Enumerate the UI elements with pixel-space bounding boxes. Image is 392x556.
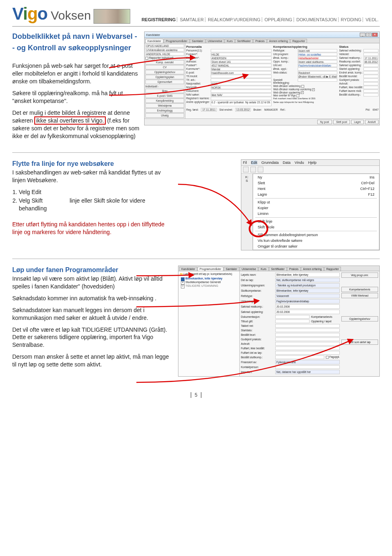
pf-takket[interactable] (275, 324, 340, 328)
pf-full-ikke[interactable] (275, 346, 340, 350)
f-tlfarb[interactable] (211, 78, 272, 82)
tab-vedl[interactable]: VEDL. (364, 17, 380, 22)
pf-sluttkomp[interactable]: Bilmekaniker, lette kjøretøy (275, 288, 340, 293)
chk-realkomp[interactable] (312, 88, 315, 91)
ptab-praksis[interactable]: Praksis (287, 267, 301, 271)
menu-fil[interactable]: Fil (243, 161, 247, 165)
mi-klipp[interactable]: Klipp ut (254, 199, 379, 205)
tab-samtaler[interactable]: SAMTALER (178, 17, 205, 22)
mi-sla-sammen[interactable]: Slå sammen dobbeltregistrert person (254, 232, 379, 238)
tab-rydding[interactable]: RYDDING (340, 17, 363, 22)
f-morsmal[interactable]: NORSK (211, 86, 272, 89)
tab-opplaering[interactable]: OPPLÆRING (263, 17, 294, 22)
st-sok-real[interactable]: 17.11.2011 (363, 56, 379, 60)
wtab-kandidater[interactable]: Kandidater (145, 39, 163, 43)
wtab-sertifikater[interactable]: Sertifikater (235, 39, 253, 43)
pf-full-del[interactable] (275, 351, 340, 355)
btn-ny-post[interactable]: Ny post (317, 120, 332, 124)
ptab-kandidater[interactable]: Kandidater (179, 267, 197, 271)
f-tlf[interactable] (211, 75, 272, 78)
btn-opplbehov[interactable]: Opplæringsbehov (341, 316, 378, 322)
close-icon[interactable]: ✕ (372, 33, 378, 37)
st-start-oppl[interactable] (363, 67, 379, 71)
btn-webskjema[interactable]: Webskjema (145, 103, 184, 108)
ptab-samtaler[interactable]: Samtaler (224, 267, 239, 271)
btn-epost-sms[interactable]: E-post / SMS (145, 94, 184, 98)
chk-fagoppl[interactable] (326, 356, 329, 359)
ptab-utdannelse[interactable]: Utdannelse (240, 267, 258, 271)
st-realvurd[interactable]: 06.03.2012 (363, 60, 379, 63)
pf-kontakt[interactable] (275, 365, 340, 369)
btn-cv[interactable]: CV (145, 65, 184, 69)
st-lavere[interactable] (363, 89, 379, 93)
mi-skift-linje[interactable]: Skift linje (254, 219, 379, 224)
toolbar-icon[interactable] (258, 167, 263, 172)
mi-liminn[interactable]: Liminn (254, 211, 379, 217)
btn-utvalg[interactable]: Utvalg (145, 113, 184, 118)
toolbar-icon[interactable] (250, 167, 256, 172)
f-tilrette[interactable] (298, 78, 338, 82)
f-andre[interactable]: 6.2 - spørsmål om lydbøker. Ny avtale 15… (211, 100, 272, 106)
wtab-kurs[interactable]: Kurs (225, 39, 234, 43)
pf-import[interactable]: Nei, dataene har oppstått her (275, 370, 340, 374)
st-teori[interactable] (363, 75, 379, 78)
btn-karspamelding[interactable]: Karspåmelding (145, 98, 184, 103)
maximize-icon[interactable]: □ (366, 33, 372, 37)
f-nav[interactable]: Ikke NAV (211, 93, 272, 96)
f-kommune[interactable]: Mandal (211, 67, 272, 71)
pf-rettstype[interactable]: Voksenrett (275, 294, 340, 298)
tree-studie[interactable]: Studiekompetanse Generell (180, 280, 238, 284)
btn-kompbevis[interactable]: Kompetansebevis (341, 287, 378, 292)
btn-opplaeringsbehov[interactable]: Opplæringsbehov (145, 70, 184, 74)
mi-kopier[interactable]: Kopier (254, 205, 379, 211)
st-endret[interactable] (363, 71, 379, 74)
f-personnr[interactable] (211, 49, 272, 52)
pf-best-slutt[interactable] (275, 355, 324, 359)
pf-utdvei[interactable]: Fagbrev/praksiskandidatløp (275, 299, 340, 304)
menu-grunndata[interactable]: Grunndata (261, 161, 279, 165)
f-utdprogram[interactable]: Helse- og sosialfag (298, 53, 338, 56)
mi-skift-skole[interactable]: Skift skole (254, 224, 379, 230)
btn-sett-aktivt[interactable]: Sett som aktivt løp (341, 339, 378, 345)
minimize-icon[interactable]: _ (360, 33, 365, 37)
menu-data[interactable]: Data (283, 161, 291, 165)
side-org[interactable]: OPUS HADELAND (145, 44, 184, 47)
ptab-rapporter[interactable]: Rapporter (324, 267, 341, 271)
pf-praksis[interactable] (275, 337, 340, 341)
st-sok-oppl[interactable] (363, 64, 379, 67)
pf-tilbud[interactable] (275, 319, 310, 323)
pf-start[interactable] (275, 328, 340, 332)
f-rettstype[interactable]: Ingen rett (298, 49, 338, 52)
wtab-programomrader[interactable]: Programområder (164, 39, 189, 43)
btn-velg-prog[interactable]: Velg progr.omr. (341, 272, 378, 278)
side-row2[interactable]: ANDERSEN, HILDE (145, 52, 184, 56)
mi-ny[interactable]: NyIns (254, 174, 379, 180)
f-epost[interactable]: hsad@google.com (211, 71, 272, 74)
side-row1[interactable]: 1/Videregående opplæring (145, 48, 184, 51)
btn-opplaeringsplan[interactable]: Opplæringsplan (145, 75, 184, 79)
ptab-annen[interactable]: Annen erfaring (301, 267, 324, 271)
f-adresse[interactable]: Store elvegt 141 (211, 60, 272, 63)
pf-utdprog[interactable]: -Teknikk og industriell produksjon (275, 283, 340, 288)
pf-sok-oppl[interactable]: 20.02.2008 (275, 310, 340, 314)
mi-omgjor[interactable]: Omgjør til ordinær søker (254, 243, 379, 249)
btn-vmm[interactable]: VMM Merknad (341, 293, 378, 298)
wtab-praksis[interactable]: Praksis (253, 39, 267, 43)
wtab-annen-erfaring[interactable]: Annen erfaring (267, 39, 290, 43)
tab-realkomp[interactable]: REALKOMP.VURDERING (207, 17, 262, 22)
tab-registrering[interactable]: REGISTRERING (140, 17, 178, 22)
pf-finans[interactable]: Fylkeskommune (275, 360, 340, 364)
st-praksis[interactable] (363, 78, 379, 82)
f-utdvei[interactable]: Fagbrev/praksiskandidatløp (298, 64, 338, 67)
st-veil[interactable] (363, 49, 379, 52)
chk-veiledning[interactable] (301, 85, 304, 88)
mi-lagre[interactable]: LagreF12 (254, 192, 379, 197)
toolbar-icon[interactable] (243, 167, 249, 172)
btn-avslutt[interactable]: Avslutt (365, 120, 379, 124)
st-full-ikke[interactable] (363, 86, 379, 89)
f-etternavn[interactable]: ANDERSEN (211, 56, 272, 60)
wtab-utdannelse[interactable]: Utdannelse (206, 39, 224, 43)
wtab-samtaler[interactable]: Samtaler (190, 39, 205, 43)
st-slutt[interactable] (363, 93, 379, 96)
mi-hent[interactable]: HentCtrl+F12 (254, 186, 379, 192)
